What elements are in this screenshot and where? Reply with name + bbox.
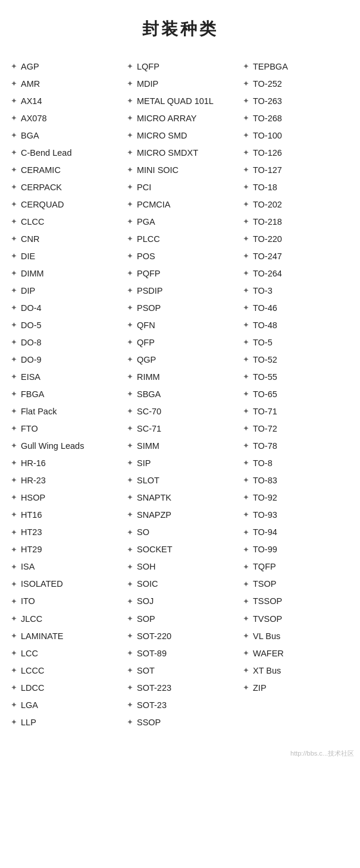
list-item[interactable]: ✦TO-218	[238, 213, 354, 231]
list-item[interactable]: ✦TO-263	[238, 93, 354, 110]
list-item[interactable]: ✦ITO	[6, 593, 122, 610]
list-item[interactable]: ✦TO-83	[238, 472, 354, 489]
list-item[interactable]: ✦TSSOP	[238, 593, 354, 610]
list-item[interactable]: ✦LLP	[6, 714, 122, 731]
list-item[interactable]: ✦QGP	[122, 351, 238, 369]
list-item[interactable]: ✦TO-5	[238, 334, 354, 351]
list-item[interactable]: ✦VL Bus	[238, 628, 354, 645]
list-item[interactable]: ✦TQFP	[238, 558, 354, 575]
list-item[interactable]: ✦DIP	[6, 282, 122, 300]
list-item[interactable]: ✦SLOT	[122, 472, 238, 489]
list-item[interactable]: ✦Flat Pack	[6, 403, 122, 420]
list-item[interactable]: ✦PSDIP	[122, 282, 238, 300]
list-item[interactable]: ✦DO-4	[6, 300, 122, 317]
list-item[interactable]: ✦TO-202	[238, 196, 354, 213]
list-item[interactable]: ✦TO-18	[238, 179, 354, 196]
list-item[interactable]: ✦JLCC	[6, 611, 122, 628]
list-item[interactable]: ✦PCMCIA	[122, 196, 238, 213]
list-item[interactable]: ✦HT29	[6, 541, 122, 558]
list-item[interactable]: ✦PSOP	[122, 300, 238, 317]
list-item[interactable]: ✦SOP	[122, 611, 238, 628]
list-item[interactable]: ✦LGA	[6, 697, 122, 714]
list-item[interactable]: ✦CERPACK	[6, 179, 122, 196]
list-item[interactable]: ✦Gull Wing Leads	[6, 438, 122, 455]
list-item[interactable]: ✦TO-100	[238, 127, 354, 144]
list-item[interactable]: ✦SIMM	[122, 438, 238, 455]
list-item[interactable]: ✦LQFP	[122, 58, 238, 76]
list-item[interactable]: ✦TO-78	[238, 438, 354, 455]
list-item[interactable]: ✦SOT-223	[122, 680, 238, 697]
list-item[interactable]: ✦HR-16	[6, 455, 122, 472]
list-item[interactable]: ✦TO-46	[238, 300, 354, 317]
list-item[interactable]: ✦CLCC	[6, 213, 122, 231]
list-item[interactable]: ✦PLCC	[122, 231, 238, 248]
list-item[interactable]: ✦MDIP	[122, 76, 238, 93]
list-item[interactable]: ✦SBGA	[122, 386, 238, 403]
list-item[interactable]: ✦TO-3	[238, 282, 354, 300]
list-item[interactable]: ✦TO-55	[238, 369, 354, 386]
list-item[interactable]: ✦ISA	[6, 558, 122, 575]
list-item[interactable]: ✦TO-99	[238, 541, 354, 558]
list-item[interactable]: ✦HT16	[6, 507, 122, 524]
list-item[interactable]: ✦AX14	[6, 93, 122, 110]
list-item[interactable]: ✦ISOLATED	[6, 575, 122, 593]
list-item[interactable]: ✦LAMINATE	[6, 628, 122, 645]
list-item[interactable]: ✦SOCKET	[122, 541, 238, 558]
list-item[interactable]: ✦QFP	[122, 334, 238, 351]
list-item[interactable]: ✦SOT-23	[122, 697, 238, 714]
list-item[interactable]: ✦DO-5	[6, 317, 122, 334]
list-item[interactable]: ✦TO-8	[238, 455, 354, 472]
list-item[interactable]: ✦SOT-220	[122, 628, 238, 645]
list-item[interactable]: ✦FBGA	[6, 386, 122, 403]
list-item[interactable]: ✦TO-127	[238, 162, 354, 179]
list-item[interactable]: ✦HR-23	[6, 472, 122, 489]
list-item[interactable]: ✦PGA	[122, 213, 238, 231]
list-item[interactable]: ✦AGP	[6, 58, 122, 76]
list-item[interactable]: ✦AX078	[6, 110, 122, 127]
list-item[interactable]: ✦EISA	[6, 369, 122, 386]
list-item[interactable]: ✦DO-9	[6, 351, 122, 369]
list-item[interactable]: ✦TO-264	[238, 265, 354, 282]
list-item[interactable]: ✦SOH	[122, 558, 238, 575]
list-item[interactable]: ✦SIP	[122, 455, 238, 472]
list-item[interactable]: ✦TO-92	[238, 489, 354, 507]
list-item[interactable]: ✦SOT-89	[122, 645, 238, 662]
list-item[interactable]: ✦TO-220	[238, 231, 354, 248]
list-item[interactable]: ✦LCCC	[6, 662, 122, 680]
list-item[interactable]: ✦SSOP	[122, 714, 238, 731]
list-item[interactable]: ✦C-Bend Lead	[6, 144, 122, 162]
list-item[interactable]: ✦PCI	[122, 179, 238, 196]
list-item[interactable]: ✦TO-72	[238, 420, 354, 438]
list-item[interactable]: ✦HT23	[6, 524, 122, 541]
list-item[interactable]: ✦DIMM	[6, 265, 122, 282]
list-item[interactable]: ✦TO-252	[238, 76, 354, 93]
list-item[interactable]: ✦TVSOP	[238, 611, 354, 628]
list-item[interactable]: ✦TO-247	[238, 248, 354, 265]
list-item[interactable]: ✦SNAPZP	[122, 507, 238, 524]
list-item[interactable]: ✦SO	[122, 524, 238, 541]
list-item[interactable]: ✦MINI SOIC	[122, 162, 238, 179]
list-item[interactable]: ✦LDCC	[6, 680, 122, 697]
list-item[interactable]: ✦CNR	[6, 231, 122, 248]
list-item[interactable]: ✦TO-71	[238, 403, 354, 420]
list-item[interactable]: ✦DIE	[6, 248, 122, 265]
list-item[interactable]: ✦TSOP	[238, 575, 354, 593]
list-item[interactable]: ✦SOJ	[122, 593, 238, 610]
list-item[interactable]: ✦BGA	[6, 127, 122, 144]
list-item[interactable]: ✦RIMM	[122, 369, 238, 386]
list-item[interactable]: ✦CERAMIC	[6, 162, 122, 179]
list-item[interactable]: ✦QFN	[122, 317, 238, 334]
list-item[interactable]: ✦ZIP	[238, 680, 354, 697]
list-item[interactable]: ✦TO-48	[238, 317, 354, 334]
list-item[interactable]: ✦TO-65	[238, 386, 354, 403]
list-item[interactable]: ✦SC-71	[122, 420, 238, 438]
list-item[interactable]: ✦FTO	[6, 420, 122, 438]
list-item[interactable]: ✦DO-8	[6, 334, 122, 351]
list-item[interactable]: ✦LCC	[6, 645, 122, 662]
list-item[interactable]: ✦TO-93	[238, 507, 354, 524]
list-item[interactable]: ✦WAFER	[238, 645, 354, 662]
list-item[interactable]: ✦SOT	[122, 662, 238, 680]
list-item[interactable]: ✦TO-268	[238, 110, 354, 127]
list-item[interactable]: ✦MICRO SMD	[122, 127, 238, 144]
list-item[interactable]: ✦AMR	[6, 76, 122, 93]
